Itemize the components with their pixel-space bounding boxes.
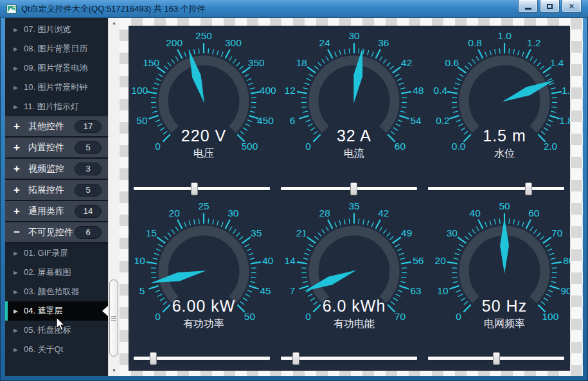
gauge-slider-1[interactable] bbox=[276, 182, 423, 196]
expand-icon: + bbox=[13, 184, 24, 197]
minor-tick bbox=[307, 249, 311, 251]
sidebar-item-9[interactable]: +通用类库14 bbox=[5, 201, 108, 222]
sidebar-item-11[interactable]: ▶01. GIF录屏 bbox=[5, 244, 108, 263]
minor-tick bbox=[459, 244, 463, 247]
sidebar-item-0[interactable]: ▶07. 图片浏览 bbox=[5, 20, 108, 39]
gauge-slider-0[interactable] bbox=[129, 182, 276, 196]
minor-tick bbox=[549, 253, 555, 255]
sidebar-item-13[interactable]: ▶03. 颜色拾取器 bbox=[5, 282, 108, 301]
slider-handle[interactable] bbox=[493, 352, 500, 365]
slider-inner bbox=[429, 182, 557, 196]
minor-tick bbox=[154, 83, 159, 85]
minor-tick bbox=[233, 229, 236, 233]
minor-tick bbox=[250, 258, 255, 259]
sidebar-item-label: 04. 遮罩层 bbox=[24, 305, 63, 317]
tick-label: 0.6 bbox=[445, 57, 459, 68]
sidebar-item-5[interactable]: +其他控件17 bbox=[5, 116, 108, 137]
minor-tick bbox=[490, 51, 491, 56]
slider-handle[interactable] bbox=[191, 182, 198, 195]
minor-tick bbox=[552, 268, 557, 269]
minor-tick bbox=[461, 297, 465, 300]
sidebar-item-label: 09. 图片背景电池 bbox=[24, 62, 88, 74]
minor-tick bbox=[247, 120, 252, 122]
tick-label: 24 bbox=[319, 37, 331, 48]
tick-label: 20 bbox=[435, 255, 447, 266]
minor-tick bbox=[398, 120, 402, 122]
minor-tick bbox=[153, 88, 158, 89]
minor-tick bbox=[551, 111, 556, 112]
minor-tick bbox=[305, 253, 310, 255]
sidebar-item-4[interactable]: ▶11. 图片指示灯 bbox=[5, 97, 108, 116]
sidebar-item-3[interactable]: ▶10. 图片背景时钟 bbox=[5, 78, 108, 97]
tick-label: 10 bbox=[437, 285, 449, 296]
titlebar[interactable]: Qt自定义控件大全(QQ:517216493) 共 163 个控件 ✕ bbox=[0, 0, 588, 18]
minor-tick bbox=[541, 301, 545, 305]
slider-inner bbox=[134, 182, 263, 196]
minimize-button[interactable] bbox=[518, 0, 538, 13]
minor-tick bbox=[452, 98, 457, 98]
scrollbar-thumb[interactable] bbox=[109, 279, 118, 357]
minor-tick bbox=[368, 220, 369, 226]
minor-tick bbox=[160, 128, 165, 130]
gauge-row-0: 050100150200250300350400450500220 V电压061… bbox=[129, 26, 570, 182]
minor-tick bbox=[465, 66, 468, 69]
sidebar-item-16[interactable]: ▶06. 关于Qt bbox=[5, 340, 108, 359]
gauge-slider-2[interactable] bbox=[423, 182, 570, 196]
sidebar-item-6[interactable]: +内置控件5 bbox=[5, 137, 108, 159]
sidebar-item-8[interactable]: +拓展控件5 bbox=[5, 180, 108, 201]
slider-handle[interactable] bbox=[150, 352, 157, 365]
minor-tick bbox=[344, 219, 345, 224]
minor-tick bbox=[349, 218, 350, 224]
minor-tick bbox=[363, 49, 364, 55]
sidebar-item-1[interactable]: ▶08. 图片背景日历 bbox=[5, 39, 108, 58]
slider-track[interactable] bbox=[428, 187, 564, 190]
sidebar-item-10[interactable]: −不可见控件6 bbox=[5, 222, 108, 244]
minor-tick bbox=[301, 268, 307, 269]
gauge-slider-4[interactable] bbox=[276, 351, 423, 366]
minor-tick bbox=[499, 49, 500, 54]
sidebar-item-7[interactable]: +视频监控3 bbox=[5, 159, 108, 180]
window-controls: ✕ bbox=[518, 0, 582, 13]
minor-tick bbox=[454, 258, 459, 259]
sidebar-item-label: 08. 图片背景日历 bbox=[24, 43, 88, 55]
tick-label: 50 bbox=[244, 311, 256, 322]
slider-track[interactable] bbox=[134, 187, 270, 190]
slider-handle[interactable] bbox=[350, 182, 357, 195]
minor-tick bbox=[452, 277, 458, 278]
slider-handle[interactable] bbox=[525, 182, 532, 195]
minor-tick bbox=[548, 120, 553, 122]
slider-track[interactable] bbox=[281, 187, 417, 190]
gauge-slider-3[interactable] bbox=[129, 351, 276, 366]
maximize-button[interactable] bbox=[540, 0, 560, 13]
scrollbar-down-icon[interactable]: ▼ bbox=[109, 366, 120, 376]
slider-track[interactable] bbox=[281, 357, 417, 360]
minor-tick bbox=[551, 277, 557, 278]
tick-label: 35 bbox=[251, 227, 262, 238]
gauge-slider-5[interactable] bbox=[423, 351, 570, 366]
minor-tick bbox=[485, 222, 487, 227]
scrollbar-up-icon[interactable]: ▲ bbox=[109, 18, 120, 28]
minor-tick bbox=[546, 294, 551, 296]
major-tick bbox=[313, 135, 320, 142]
minor-tick bbox=[522, 52, 524, 57]
tick-label: 0 bbox=[456, 311, 461, 322]
slider-handle[interactable] bbox=[292, 352, 299, 365]
minor-tick bbox=[454, 88, 459, 89]
minor-tick bbox=[455, 83, 460, 85]
minor-tick bbox=[194, 219, 195, 224]
minor-tick bbox=[544, 128, 548, 130]
gauge-unit-label: 电压 bbox=[193, 148, 214, 159]
minor-tick bbox=[229, 57, 232, 61]
close-button[interactable]: ✕ bbox=[562, 0, 582, 13]
sidebar-item-2[interactable]: ▶09. 图片背景电池 bbox=[5, 58, 108, 78]
minor-tick bbox=[172, 59, 175, 63]
tick-label: 45 bbox=[260, 285, 271, 296]
major-tick bbox=[447, 92, 458, 94]
tick-label: 1.6 bbox=[562, 85, 570, 96]
minor-tick bbox=[399, 83, 404, 85]
sidebar-scrollbar[interactable]: ▲ ▼ bbox=[108, 18, 120, 376]
sidebar-item-12[interactable]: ▶02. 屏幕截图 bbox=[5, 263, 108, 282]
tick-label: 60 bbox=[395, 141, 406, 152]
tick-label: 21 bbox=[296, 227, 307, 238]
tick-label: 50 bbox=[136, 115, 148, 126]
